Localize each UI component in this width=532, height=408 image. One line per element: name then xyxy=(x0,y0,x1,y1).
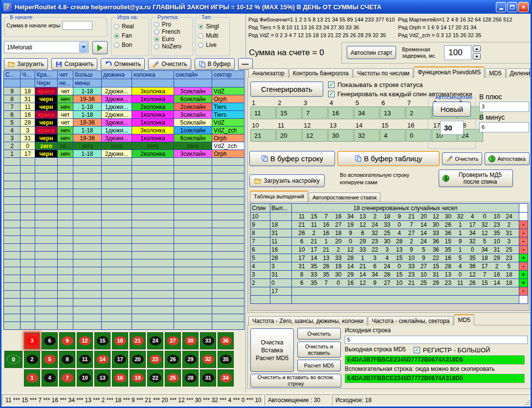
game-option-option-fan[interactable]: Fan xyxy=(114,32,146,39)
tab-4[interactable]: Функционал PsevdoMS xyxy=(414,66,485,78)
minimize-button[interactable] xyxy=(496,2,506,12)
autoshift-value[interactable]: 30 xyxy=(440,121,464,135)
autospin-start-button[interactable]: Автоспин старт xyxy=(347,46,396,59)
minus-input[interactable]: 6 xyxy=(479,122,529,132)
undo-button[interactable]: Отменить xyxy=(101,58,145,70)
load-button[interactable]: Загрузить xyxy=(4,58,48,70)
check-md5-button[interactable]: 5 Проверить МД5 после спина xyxy=(439,170,513,187)
board-number-35[interactable]: 35 xyxy=(218,351,234,368)
tab-scroll-left[interactable] xyxy=(530,68,532,77)
plus-input[interactable]: 3 xyxy=(479,102,529,112)
game-option-option-real[interactable]: Real xyxy=(114,23,146,30)
md5-output-field[interactable]: E4DA3B7FBBCE2345D7772B0674A318D5 xyxy=(345,355,525,365)
board-number-21[interactable]: 21 xyxy=(130,332,146,349)
md5-clear-paste-aux-button[interactable]: Очистить и вставить во вспом. строку xyxy=(250,374,341,387)
roulette-option-option-euro[interactable]: Euro xyxy=(154,36,190,43)
maximize-button[interactable] xyxy=(507,2,517,12)
board-number-34[interactable]: 34 xyxy=(218,369,234,387)
preset-combobox[interactable]: 1Melonati xyxy=(4,41,89,53)
type-option-option-multi[interactable]: Multi xyxy=(198,32,227,39)
start-sum-input[interactable] xyxy=(62,21,92,30)
tab-5[interactable]: MD5 xyxy=(485,68,505,78)
autobet-button[interactable]: ! Автоставка xyxy=(485,152,530,165)
board-number-31[interactable]: 31 xyxy=(200,369,216,387)
roulette-option-option-french[interactable]: French xyxy=(154,28,190,35)
board-number-33[interactable]: 33 xyxy=(200,332,216,349)
clear-generated-button[interactable]: Очистить xyxy=(442,152,483,165)
combo-dropdown-icon[interactable] xyxy=(79,42,88,52)
md5-big-button[interactable]: Очистка Вставка Расчет MD5 xyxy=(250,328,294,372)
resize-grip[interactable] xyxy=(524,400,530,406)
board-number-27[interactable]: 27 xyxy=(165,332,181,349)
save-button[interactable]: Сохранить xyxy=(51,58,98,70)
board-number-29[interactable]: 29 xyxy=(182,351,199,368)
board-number-4[interactable]: 4 xyxy=(42,369,58,387)
board-number-32[interactable]: 32 xyxy=(200,351,216,368)
spin-result-cell: - xyxy=(519,229,528,237)
tab-6[interactable]: Деление ко xyxy=(506,68,532,78)
board-number-10[interactable]: 10 xyxy=(77,369,93,387)
board-number-0[interactable]: 0 xyxy=(4,351,22,368)
play-button[interactable] xyxy=(92,41,108,54)
board-number-28[interactable]: 28 xyxy=(182,369,199,387)
board-number-25[interactable]: 25 xyxy=(165,369,181,387)
board-number-7[interactable]: 7 xyxy=(59,369,75,387)
generate-button[interactable]: Сгенерировать xyxy=(250,82,323,97)
spins-row: 5281714133328134151092216535182923+ xyxy=(251,254,528,262)
bottom-tab-1[interactable]: Частота - Zero, шансы, дюжины, колонки xyxy=(248,316,367,325)
md5-clear-button[interactable]: Очистить xyxy=(297,328,341,340)
history-cell: 17 xyxy=(21,150,35,158)
tab-1[interactable]: Анализатор xyxy=(248,68,288,78)
board-number-36[interactable]: 36 xyxy=(218,332,234,349)
board-number-30[interactable]: 30 xyxy=(182,332,199,349)
roulette-option-option-nozero[interactable]: NoZero xyxy=(154,43,190,50)
board-number-8[interactable]: 8 xyxy=(59,351,75,368)
board-number-9[interactable]: 9 xyxy=(59,332,75,349)
board-number-12[interactable]: 12 xyxy=(77,332,93,349)
type-option-option-singl[interactable]: Singl xyxy=(198,23,227,30)
inner-tab-1[interactable]: Таблица выпадений xyxy=(250,191,308,202)
bottom-tab-2[interactable]: Частота - сиклайны, сектора xyxy=(368,316,453,325)
board-number-20[interactable]: 20 xyxy=(130,351,146,368)
board-number-3[interactable]: 3 xyxy=(24,332,40,349)
board-number-2[interactable]: 2 xyxy=(24,351,40,368)
md5-calc-button[interactable]: Расчет MD5 xyxy=(297,360,341,371)
md5-aux-field[interactable]: E4DA3B7FBBCE2345D7772B0674A318D5 xyxy=(345,374,525,383)
board-number-5[interactable]: 5 xyxy=(42,351,58,368)
close-button[interactable]: × xyxy=(518,2,529,12)
board-number-6[interactable]: 6 xyxy=(42,332,58,349)
board-number-23[interactable]: 23 xyxy=(147,351,163,368)
board-number-15[interactable]: 15 xyxy=(94,332,111,349)
board-number-1[interactable]: 1 xyxy=(24,369,40,387)
game-option-option-bon[interactable]: Bon xyxy=(114,42,146,48)
copy-buffer-button[interactable]: В буфер xyxy=(195,58,235,70)
tab-3[interactable]: Частоты по числам xyxy=(353,68,413,78)
board-number-18[interactable]: 18 xyxy=(112,332,128,349)
board-number-11[interactable]: 11 xyxy=(77,351,93,368)
buffer-row-button[interactable]: В буфер строку xyxy=(249,151,335,166)
inner-tab-2[interactable]: Автопроставление ставок xyxy=(309,193,380,202)
checkbox-show-status[interactable]: Показывать в строке статуса xyxy=(328,80,472,89)
load-settings-button[interactable]: Загрузить настройку xyxy=(249,174,325,187)
spinner-down-button[interactable] xyxy=(473,53,481,60)
tab-2[interactable]: Контроль банкролла xyxy=(289,68,353,78)
buffer-table-button[interactable]: В буфер таблицу xyxy=(337,151,440,166)
clear-button[interactable]: Очистить xyxy=(148,58,191,70)
spinner-up-button[interactable] xyxy=(473,45,481,52)
board-number-22[interactable]: 22 xyxy=(147,369,163,387)
md5-source-input[interactable] xyxy=(345,336,528,344)
delay-input[interactable]: 100 xyxy=(444,45,471,60)
type-option-option-live[interactable]: Live xyxy=(198,42,227,48)
board-number-14[interactable]: 14 xyxy=(94,351,111,368)
board-number-24[interactable]: 24 xyxy=(147,332,163,349)
board-number-17[interactable]: 17 xyxy=(112,351,128,368)
checkbox-uppercase[interactable]: РЕГИСТР - БОЛЬШОЙ xyxy=(414,345,490,355)
bottom-tab-3[interactable]: MD5 xyxy=(454,314,474,325)
board-number-19[interactable]: 19 xyxy=(130,369,146,387)
board-number-16[interactable]: 16 xyxy=(112,369,128,387)
md5-clear-paste-button[interactable]: Очистить и вставить xyxy=(297,342,341,358)
board-number-26[interactable]: 26 xyxy=(165,351,181,368)
board-number-13[interactable]: 13 xyxy=(94,369,111,387)
new-button[interactable]: Новый xyxy=(433,102,471,117)
roulette-option-option-pro[interactable]: Pro xyxy=(154,21,190,28)
